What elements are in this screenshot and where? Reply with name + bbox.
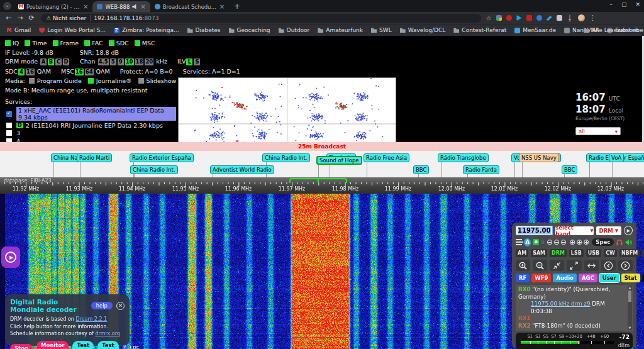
panel-tab-user[interactable]: User <box>599 274 619 282</box>
band-select[interactable]: select band▼ <box>555 226 594 235</box>
panel-expand-button[interactable]: ▶ <box>1 247 20 268</box>
youtube-extension-icon[interactable] <box>506 15 512 21</box>
drmrx-link[interactable]: drmrx.org <box>95 331 120 336</box>
station-label[interactable]: VoA <box>609 153 624 162</box>
google-extension-icon[interactable] <box>496 15 502 21</box>
bookmark-item[interactable]: Outdoor <box>279 27 310 33</box>
mode-button-lsb[interactable]: LSB <box>569 249 584 257</box>
kebab-menu-icon[interactable]: ⋮ <box>589 14 596 22</box>
schedule-filter-select[interactable]: all▾ <box>575 127 621 135</box>
station-label[interactable]: China Radio Int. <box>130 165 178 174</box>
bookmark-item[interactable]: ZZimbra: Posteinga... <box>114 27 179 33</box>
security-indicator[interactable]: ⚠Nicht sicher <box>47 15 91 21</box>
rx-frequency-link[interactable]: 1840.00 kHz usb z0 <box>531 330 586 331</box>
extension-select[interactable]: DRM▼ <box>596 226 621 235</box>
bookmark-item[interactable]: MGmail <box>6 27 31 33</box>
minimize-icon[interactable]: – <box>609 1 613 8</box>
close-icon[interactable]: ✕ <box>635 1 640 8</box>
play-button[interactable]: ▶ <box>624 226 633 235</box>
station-label[interactable]: Radio Exterior España <box>130 153 194 162</box>
mode-button-cw[interactable]: CW <box>604 249 617 257</box>
page-left-icon[interactable] <box>601 260 616 271</box>
station-label[interactable]: China Radio Int. <box>262 153 310 162</box>
audio-fft-icon[interactable]: A <box>524 238 531 247</box>
station-label[interactable]: Adventist World Radio <box>210 165 274 174</box>
panel-tab-audio[interactable]: Audio <box>553 274 576 282</box>
bookmark-item[interactable]: SWL <box>371 27 392 33</box>
maximize-icon[interactable]: ▢ <box>621 1 627 8</box>
mode-button-drm[interactable]: DRM <box>550 249 567 257</box>
zoom-in-icon[interactable] <box>516 260 530 271</box>
panel-tab-rf[interactable]: RF <box>516 274 530 282</box>
page-right-icon[interactable] <box>618 260 633 271</box>
zoom-out-icon[interactable] <box>533 260 547 271</box>
mode-button-usb[interactable]: USB <box>586 249 601 257</box>
service-row[interactable]: D2 (E1E104) RRI Journaline EEP Data 2.30… <box>5 122 176 129</box>
station-label[interactable]: Sound of Hope <box>316 156 362 165</box>
browser-tab[interactable]: WEB-888× <box>92 1 150 12</box>
decoder-close-icon[interactable]: ✕ <box>116 302 125 310</box>
station-label[interactable]: NSS US Navy <box>519 153 559 162</box>
list-scrollbar[interactable]: ▲▼ <box>628 285 632 330</box>
zoom-in-buttons[interactable]: ⊕⊕⊕ <box>569 238 590 247</box>
frequency-input[interactable]: 11975.00 <box>516 226 553 235</box>
panel-tab-off[interactable]: Off <box>642 274 644 282</box>
monitor-iq-button[interactable]: Monitor IQ <box>36 341 69 349</box>
headphones-icon[interactable] <box>616 238 623 247</box>
help-button[interactable]: help <box>91 302 113 309</box>
gmail-extension-icon[interactable] <box>526 15 532 21</box>
bookmark-item[interactable]: Login Web Portal S... <box>39 27 106 33</box>
bookmark-item[interactable]: MenSaar.de <box>514 27 556 33</box>
test2-button[interactable]: Test 2 <box>97 341 119 349</box>
camera-icon[interactable] <box>533 239 539 245</box>
station-label[interactable]: Radio Free Asia <box>364 153 409 162</box>
reload-icon[interactable]: ⟳ <box>28 14 34 22</box>
bookmark-item[interactable]: Geocaching <box>229 27 270 33</box>
dream-link[interactable]: Dream 2.2.1 <box>75 316 107 322</box>
service-row[interactable]: 3 <box>5 130 176 136</box>
tab-close-icon[interactable]: × <box>219 4 225 10</box>
forward-icon[interactable]: → <box>17 14 23 22</box>
address-bar[interactable]: ⚠Nicht sicher 192.168.178.116:8073 <box>41 14 481 23</box>
frequency-scale[interactable]: database: EiBi-A23 11.92 MHz11.93 MHz11.… <box>0 177 644 194</box>
zoom-full-icon[interactable] <box>567 260 581 271</box>
service-checkbox[interactable] <box>6 111 12 117</box>
panel-tab-stat[interactable]: Stat <box>621 274 640 282</box>
stop-button[interactable]: Stop <box>10 344 33 349</box>
bookmark-item[interactable]: Amateurfunk <box>318 27 363 33</box>
station-label[interactable]: Rádio Transglobe <box>438 153 489 162</box>
service-checkbox[interactable] <box>6 130 12 136</box>
station-label[interactable]: BBC <box>413 165 429 174</box>
new-tab-button[interactable]: + <box>234 1 240 12</box>
station-label[interactable]: BBC <box>562 165 577 174</box>
service-row[interactable]: 1 xHE_AAC (E1E101) RadioRomaniaIntl EEP … <box>5 107 176 121</box>
tab-close-icon[interactable]: × <box>83 4 88 10</box>
panel-tab-wf9[interactable]: WF9 <box>531 274 551 282</box>
bookmark-item[interactable]: Wavelog/DCL <box>400 27 446 33</box>
zoom-out-buttons[interactable]: ⊖⊖⊖ <box>547 238 567 247</box>
tab-search-icon[interactable]: ⌄ <box>3 2 11 10</box>
browser-tab[interactable]: MPosteingang (2) - kim.huebel× <box>14 1 92 12</box>
mode-button-am[interactable]: AM <box>516 249 528 257</box>
test1-button[interactable]: Test 1 <box>72 341 94 349</box>
mode-button-sam[interactable]: SAM <box>531 249 547 257</box>
spectrum-button[interactable]: Spec <box>592 238 614 246</box>
panel-tab-agc[interactable]: AGC <box>579 274 597 282</box>
facebook-extension-icon[interactable] <box>536 15 542 21</box>
menu-icon[interactable] <box>516 239 522 245</box>
pan-both-icon[interactable] <box>584 260 599 271</box>
bookmark-item[interactable]: Diabetes <box>187 27 221 33</box>
download-icon[interactable]: ⭳ <box>567 14 574 22</box>
tab-close-icon[interactable]: × <box>140 4 145 10</box>
all-bookmarks-button[interactable]: Alle Lesezeichen <box>584 27 639 33</box>
profile-avatar[interactable] <box>578 14 585 21</box>
station-label[interactable]: Radio Farda <box>463 165 499 174</box>
zoom-to-band-icon[interactable] <box>550 260 564 271</box>
service-checkbox[interactable] <box>6 123 12 128</box>
bookmark-star-icon[interactable]: ☆ <box>486 14 492 21</box>
station-label[interactable]: Radio Marti <box>77 153 112 162</box>
pen-extension-icon[interactable] <box>547 15 552 21</box>
back-icon[interactable]: ← <box>6 14 11 22</box>
speaker-icon[interactable] <box>625 238 633 247</box>
rx-frequency-link[interactable]: 11975.00 kHz drm z9 <box>531 301 591 307</box>
